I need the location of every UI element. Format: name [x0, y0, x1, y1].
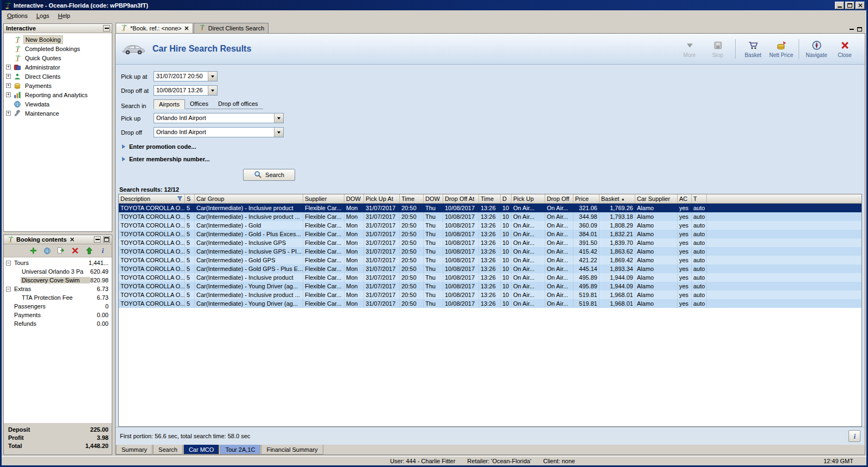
- column-header-car-supplier[interactable]: Car Supplier: [635, 194, 678, 203]
- column-header-drop-off[interactable]: Drop Off: [545, 194, 573, 203]
- column-header-basket[interactable]: Basket▲: [599, 194, 635, 203]
- dropdown-arrow-icon[interactable]: [274, 113, 283, 123]
- booking-tree-item-refunds[interactable]: Refunds0.00: [4, 319, 112, 328]
- view-tab-summary[interactable]: Summary: [116, 445, 152, 455]
- basket-button[interactable]: Basket: [739, 40, 767, 58]
- column-header-ac[interactable]: AC: [678, 194, 692, 203]
- column-header-pick-up[interactable]: Pick Up: [512, 194, 545, 203]
- sidebar-item-new-booking[interactable]: New Booking: [4, 35, 112, 44]
- column-header-s[interactable]: S: [185, 194, 195, 203]
- menu-logs[interactable]: Logs: [32, 11, 54, 20]
- result-row[interactable]: TOYOTA COROLLA O...5Car(Intermediate) - …: [119, 291, 861, 299]
- dropoff-location-combo[interactable]: Orlando Intl Airport: [154, 127, 284, 137]
- sidebar-item-quick-quotes[interactable]: Quick Quotes: [4, 53, 112, 62]
- booking-contents-close-icon[interactable]: [70, 236, 74, 243]
- close-button[interactable]: [856, 2, 865, 9]
- expand-icon[interactable]: +: [6, 92, 11, 97]
- column-header-drop-off-at[interactable]: Drop Off At: [443, 194, 479, 203]
- column-header-supplier[interactable]: Supplier: [303, 194, 344, 203]
- result-row[interactable]: TOYOTA COROLLA O...5Car(Intermediate) - …: [119, 282, 861, 291]
- view-tab-financial-summary[interactable]: Financial Summary: [261, 445, 323, 455]
- column-header-time[interactable]: Time: [479, 194, 501, 203]
- add-item-button[interactable]: [29, 246, 38, 256]
- dropdown-arrow-icon[interactable]: [274, 128, 283, 137]
- column-header-car-group[interactable]: Car Group: [195, 194, 303, 203]
- dropdown-arrow-icon[interactable]: [208, 72, 217, 81]
- result-row[interactable]: TOYOTA COROLLA O...5Car(Intermediate) - …: [119, 299, 861, 308]
- view-tab-search[interactable]: Search: [153, 445, 183, 455]
- sidebar-item-administrator[interactable]: +Administrator: [4, 62, 112, 72]
- world-button[interactable]: [43, 246, 52, 256]
- pickup-location-combo[interactable]: Orlando Intl Airport: [154, 113, 284, 123]
- result-row[interactable]: TOYOTA COROLLA O...5Car(Intermediate) - …: [119, 273, 861, 282]
- document-tab-direct-clients-search[interactable]: Direct Clients Search: [194, 23, 269, 33]
- sidebar-item-reporting-and-analytics[interactable]: +Reporting and Analytics: [4, 90, 112, 99]
- info-button[interactable]: i: [848, 430, 860, 442]
- expand-icon[interactable]: +: [6, 74, 11, 79]
- menu-options[interactable]: Options: [3, 11, 32, 20]
- transfer-item-button[interactable]: [56, 246, 66, 256]
- dropdown-arrow-icon[interactable]: [208, 86, 217, 95]
- collapse-panel-button[interactable]: [103, 25, 110, 31]
- booking-tree-item-payments[interactable]: Payments0.00: [4, 311, 112, 319]
- close-tab-icon[interactable]: [184, 25, 189, 31]
- booking-tree-item-discovery-cove-swim[interactable]: Discovery Cove Swim820.98: [4, 276, 112, 285]
- membership-number-toggle[interactable]: Enter membership number...: [122, 156, 865, 162]
- tabstrip-minimize-icon[interactable]: [850, 29, 854, 30]
- expand-icon[interactable]: +: [6, 65, 11, 70]
- sidebar-item-direct-clients[interactable]: +Direct Clients: [4, 72, 112, 81]
- collapse-icon[interactable]: −: [6, 287, 11, 292]
- booking-minimize-button[interactable]: [94, 236, 101, 243]
- filter-funnel-icon[interactable]: [177, 195, 183, 203]
- booking-tree-item-extras[interactable]: −Extras6.73: [4, 285, 112, 293]
- column-header-t[interactable]: T: [692, 194, 707, 203]
- result-row[interactable]: TOYOTA COROLLA O...5Car(Intermediate) - …: [119, 204, 861, 212]
- view-tab-tour-2a-1c[interactable]: Tour 2A,1C: [220, 445, 260, 455]
- menu-help[interactable]: Help: [54, 11, 75, 20]
- column-header-d[interactable]: D: [501, 194, 512, 203]
- search-in-tab-drop-off-offices[interactable]: Drop off offices: [213, 99, 263, 109]
- sidebar-item-completed-bookings[interactable]: Completed Bookings: [4, 44, 112, 53]
- booking-tree-item-universal-orlando-3-pa[interactable]: Universal Orlando 3 Pa620.49: [4, 267, 112, 276]
- result-row[interactable]: TOYOTA COROLLA O...5Car(Intermediate) - …: [119, 247, 861, 256]
- sidebar-item-payments[interactable]: +Payments: [4, 81, 112, 90]
- close-button[interactable]: Close: [831, 40, 858, 58]
- column-header-pick-up-at[interactable]: Pick Up At: [364, 194, 400, 203]
- column-header-description[interactable]: Description: [119, 194, 185, 203]
- result-row[interactable]: TOYOTA COROLLA O...5Car(Intermediate) - …: [119, 256, 861, 264]
- booking-tree-item-tta-protection-fee[interactable]: TTA Protection Fee6.73: [4, 293, 112, 302]
- expand-icon[interactable]: +: [6, 111, 11, 116]
- booking-float-button[interactable]: [103, 236, 110, 243]
- pickup-datetime-combo[interactable]: 31/07/2017 20:50: [154, 71, 218, 81]
- result-row[interactable]: TOYOTA COROLLA O...5Car(Intermediate) - …: [119, 264, 861, 273]
- item-info-button[interactable]: i: [98, 246, 107, 256]
- nett-price-button[interactable]: Nett Price: [768, 40, 795, 58]
- expand-icon[interactable]: +: [6, 83, 11, 88]
- collapse-icon[interactable]: −: [6, 261, 11, 266]
- dropoff-datetime-combo[interactable]: 10/08/2017 13:26: [154, 85, 218, 96]
- column-header-dow[interactable]: DOW: [424, 194, 443, 203]
- promotion-code-toggle[interactable]: Enter promotion code...: [122, 143, 865, 150]
- column-header-price[interactable]: Price: [573, 194, 599, 203]
- column-header-dow[interactable]: DOW: [344, 194, 364, 203]
- view-tab-car-mco[interactable]: Car MCO: [183, 445, 219, 455]
- document-tab-book-ref-none[interactable]: *Book. ref.: <none>: [116, 23, 193, 33]
- restore-button[interactable]: [845, 2, 854, 9]
- search-in-tab-airports[interactable]: Airports: [154, 99, 185, 109]
- search-in-tab-offices[interactable]: Offices: [185, 99, 213, 109]
- sidebar-item-viewdata[interactable]: Viewdata: [4, 99, 112, 109]
- move-up-button[interactable]: [85, 246, 94, 256]
- booking-tree-item-passengers[interactable]: Passengers0: [4, 302, 112, 311]
- search-button[interactable]: Search: [243, 169, 295, 181]
- sidebar-item-maintenance[interactable]: +Maintenance: [4, 109, 112, 118]
- result-row[interactable]: TOYOTA COROLLA O...5Car(Intermediate) - …: [119, 230, 861, 238]
- minimize-button[interactable]: [835, 2, 844, 9]
- result-row[interactable]: TOYOTA COROLLA O...5Car(Intermediate) - …: [119, 238, 861, 247]
- delete-item-button[interactable]: [71, 246, 80, 256]
- result-row[interactable]: TOYOTA COROLLA O...5Car(Intermediate) - …: [119, 221, 861, 230]
- navigate-button[interactable]: Navigate: [803, 40, 830, 58]
- column-header-time[interactable]: Time: [400, 194, 424, 203]
- result-row[interactable]: TOYOTA COROLLA O...5Car(Intermediate) - …: [119, 212, 861, 221]
- tabstrip-restore-icon[interactable]: [857, 27, 862, 31]
- booking-tree-item-tours[interactable]: −Tours1,441...: [4, 258, 112, 267]
